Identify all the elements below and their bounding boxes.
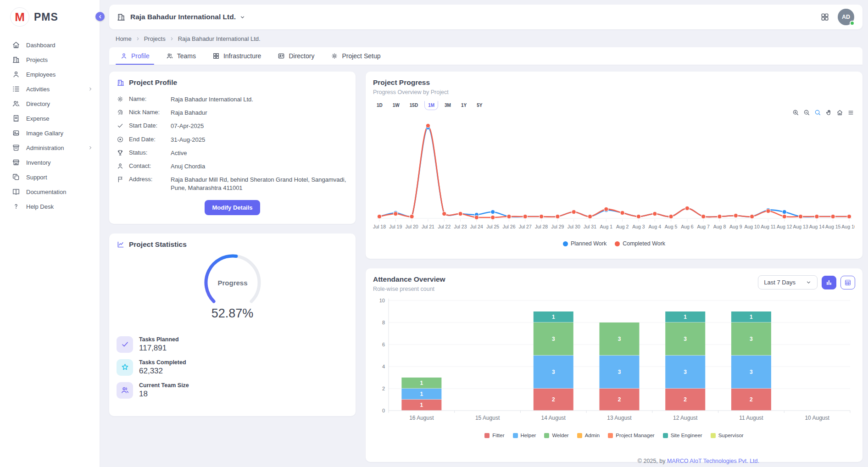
home-icon[interactable] bbox=[836, 109, 843, 116]
user-icon bbox=[117, 162, 124, 170]
date-range-select[interactable]: Last 7 Days bbox=[758, 275, 818, 289]
sidebar-item-label: Activities bbox=[26, 86, 50, 93]
sidebar-item-image-gallary[interactable]: Image Gallary bbox=[0, 126, 100, 140]
svg-text:Jul 19: Jul 19 bbox=[389, 224, 402, 229]
field-value: Raja Bahadur Mill Rd, behind Sheraton Gr… bbox=[171, 175, 348, 192]
sidebar-item-inventory[interactable]: Inventory bbox=[0, 155, 100, 170]
legend-item-helper[interactable]: Helper bbox=[513, 433, 536, 438]
svg-text:Aug 9: Aug 9 bbox=[729, 224, 742, 229]
sidebar-item-documentation[interactable]: Documentation bbox=[0, 184, 100, 199]
menu-icon[interactable] bbox=[847, 109, 854, 116]
svg-text:1: 1 bbox=[420, 391, 423, 397]
modify-details-button[interactable]: Modify Details bbox=[205, 200, 260, 215]
sidebar-item-help-desk[interactable]: Help Desk bbox=[0, 199, 100, 214]
online-status-dot bbox=[850, 21, 855, 26]
tab-project-setup[interactable]: Project Setup bbox=[323, 47, 389, 65]
building-icon bbox=[117, 12, 126, 22]
apps-grid-icon bbox=[820, 12, 829, 22]
sidebar-item-administration[interactable]: Administration bbox=[0, 140, 100, 155]
help-icon bbox=[12, 202, 20, 211]
zoom-in-icon[interactable] bbox=[792, 109, 799, 116]
breadcrumb-item: Raja Bahadur International Ltd. bbox=[178, 35, 261, 42]
stat-label: Tasks Completed bbox=[139, 359, 186, 366]
range-button-1m[interactable]: 1M bbox=[424, 101, 438, 110]
sidebar-item-employees[interactable]: Employees bbox=[0, 67, 100, 82]
range-button-1d[interactable]: 1D bbox=[373, 101, 386, 110]
breadcrumb-item[interactable]: Projects bbox=[144, 35, 166, 42]
legend-item-planned-work[interactable]: Planned Work bbox=[563, 240, 606, 247]
chevron-down-icon[interactable] bbox=[239, 14, 245, 20]
chevron-right-icon bbox=[88, 145, 93, 150]
card-title: Attendance Overview bbox=[373, 275, 445, 284]
app-logo[interactable]: M PMS bbox=[0, 0, 100, 33]
sidebar-item-expense[interactable]: Expense bbox=[0, 111, 100, 126]
table-icon bbox=[844, 279, 851, 286]
tab-directory[interactable]: Directory bbox=[269, 47, 323, 65]
star-icon bbox=[121, 363, 129, 372]
legend-item-welder[interactable]: Welder bbox=[544, 433, 568, 438]
apps-grid-icon[interactable] bbox=[820, 12, 829, 22]
line-chart[interactable]: Jul 18Jul 19Jul 20Jul 21Jul 22Jul 23Jul … bbox=[373, 114, 855, 237]
svg-text:Jul 24: Jul 24 bbox=[470, 224, 483, 229]
legend-item-completed-work[interactable]: Completed Work bbox=[615, 240, 665, 247]
legend-item-project-manager[interactable]: Project Manager bbox=[608, 433, 654, 438]
field-value: Raja Bahadur bbox=[171, 108, 348, 117]
svg-text:Aug 8: Aug 8 bbox=[713, 224, 726, 229]
svg-text:Aug 15: Aug 15 bbox=[825, 224, 840, 229]
legend-item-fitter[interactable]: Fitter bbox=[484, 433, 504, 438]
svg-text:Aug 11: Aug 11 bbox=[761, 224, 776, 229]
chart-line-icon bbox=[117, 240, 125, 249]
tab-profile[interactable]: Profile bbox=[112, 47, 158, 65]
pan-icon[interactable] bbox=[825, 109, 832, 116]
trophy-icon bbox=[117, 149, 124, 156]
svg-text:Aug 13: Aug 13 bbox=[793, 224, 808, 229]
bar-chart[interactable]: 024681011116 August15 August233114 Augus… bbox=[373, 295, 855, 429]
date-range-value: Last 7 Days bbox=[764, 279, 796, 286]
range-button-3m[interactable]: 3M bbox=[441, 101, 455, 110]
zoom-out-icon bbox=[803, 109, 810, 116]
sidebar-item-label: Administration bbox=[26, 145, 64, 151]
sidebar-item-projects[interactable]: Projects bbox=[0, 52, 100, 67]
range-button-5y[interactable]: 5Y bbox=[473, 101, 486, 110]
gear-icon bbox=[331, 52, 338, 60]
svg-text:Jul 18: Jul 18 bbox=[373, 224, 386, 229]
svg-text:10: 10 bbox=[379, 298, 385, 303]
legend-item-site-engineer[interactable]: Site Engineer bbox=[663, 433, 702, 438]
footer-text: © 2025, by bbox=[638, 458, 667, 464]
svg-text:Jul 22: Jul 22 bbox=[438, 224, 451, 229]
legend-item-supervisor[interactable]: Supervisor bbox=[711, 433, 744, 438]
table-view-button[interactable] bbox=[840, 276, 855, 289]
sidebar-item-support[interactable]: Support bbox=[0, 170, 100, 184]
chart-view-button[interactable] bbox=[822, 276, 836, 289]
avatar[interactable]: AD bbox=[838, 9, 854, 25]
bar-chart-icon bbox=[825, 279, 833, 286]
footer-link[interactable]: MARCO AIoT Technologies Pvt. Ltd. bbox=[667, 458, 759, 464]
svg-text:2: 2 bbox=[684, 396, 687, 403]
check-icon bbox=[117, 122, 124, 129]
tab-teams[interactable]: Teams bbox=[158, 47, 204, 65]
legend-item-admin[interactable]: Admin bbox=[577, 433, 600, 438]
range-button-1y[interactable]: 1Y bbox=[457, 101, 470, 110]
card-subtitle: Progress Overview by Project bbox=[373, 89, 855, 95]
archive-icon bbox=[12, 144, 20, 152]
svg-text:2: 2 bbox=[382, 386, 385, 391]
sidebar-item-dashboard[interactable]: Dashboard bbox=[0, 38, 100, 52]
range-button-15d[interactable]: 15D bbox=[406, 101, 422, 110]
sidebar-item-label: Help Desk bbox=[26, 203, 54, 210]
selection-zoom-icon[interactable] bbox=[814, 109, 821, 116]
svg-text:Progress: Progress bbox=[217, 279, 247, 287]
sidebar-collapse-button[interactable] bbox=[95, 12, 105, 21]
sidebar-item-directory[interactable]: Directory bbox=[0, 96, 100, 111]
field-label: Nick Name: bbox=[129, 108, 166, 116]
profile-field-row: Start Date:07-Apr-2025 bbox=[117, 122, 348, 130]
range-button-1w[interactable]: 1W bbox=[389, 101, 403, 110]
field-value: Anuj Chordia bbox=[171, 162, 348, 171]
svg-text:16 August: 16 August bbox=[409, 415, 434, 421]
user-icon bbox=[120, 52, 128, 60]
company-selector[interactable]: Raja Bahadur International Ltd. bbox=[130, 13, 236, 21]
sidebar-item-activities[interactable]: Activities bbox=[0, 82, 100, 96]
breadcrumb-item[interactable]: Home bbox=[116, 35, 132, 42]
buildings-icon bbox=[12, 56, 20, 64]
tab-infrastructure[interactable]: Infrastructure bbox=[204, 47, 269, 65]
zoom-out-icon[interactable] bbox=[803, 109, 810, 116]
